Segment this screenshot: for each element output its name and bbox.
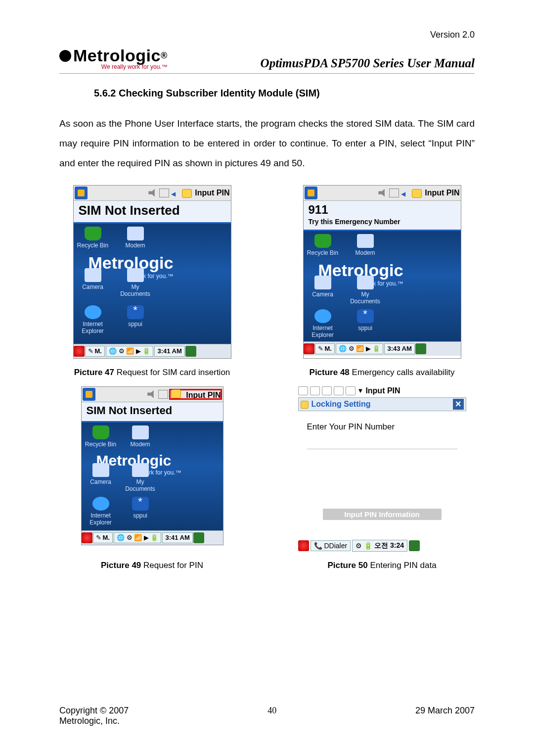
recycle-bin-icon[interactable]: Recycle Bin [306,234,340,256]
close-button[interactable]: ✕ [453,399,464,410]
sppui-icon[interactable]: sppui [348,309,383,331]
tray-icons[interactable]: 🌐 ⚙ 📶 ▶ 🔋 [114,532,161,543]
speaker-icon [148,189,157,197]
footer-date: 29 March 2007 [415,706,475,726]
lock-icon [301,401,309,409]
pda-taskbar: ✎M. 🌐 ⚙ 📶 ▶ 🔋 3:41 AM [74,344,231,358]
caption-48: Picture 48 Emergency calls availability [310,368,455,378]
clock: 3:43 AM [384,343,414,354]
pda-title: Input PIN [186,391,221,399]
task-mode[interactable]: ✎M. [85,346,105,357]
signal-icon [401,189,410,197]
refresh-icon [346,386,356,395]
copyright-line1: Copyright © 2007 [59,706,129,716]
pda-title: Input PIN [425,189,459,197]
pin-sub-title: Locking Setting [312,400,371,409]
figure-50: ▼ Input PIN Locking Setting ✕ Enter Your… [298,386,466,552]
pda-desktop: Recycle Bin Modem Metrologicork for you.… [82,423,223,530]
task-mode[interactable]: ✎M. [315,343,335,354]
figure-48: Input PIN 911 Try this Emergency Number … [303,185,461,359]
app-icon [75,187,88,199]
phone-button[interactable] [185,346,196,357]
start-button[interactable] [304,343,314,354]
mail-icon [389,189,399,197]
logo-bullet-icon [59,50,71,62]
pda-title: Input PIN [195,189,229,197]
lock-icon [412,189,422,198]
ie-icon[interactable]: Internet Explorer [306,309,340,338]
signal-icon [171,189,180,197]
figure-47: Input PIN SIM Not Inserted Recycle Bin M… [73,185,231,359]
app-icon [83,388,95,401]
pin-input[interactable] [307,436,457,449]
mail-icon [159,189,169,197]
dropdown-icon[interactable]: ▼ [357,387,364,394]
caption-47: Picture 47 Request for SIM card insertio… [74,368,230,378]
mydocs-icon[interactable]: My Documents [118,268,153,297]
modem-icon[interactable]: Modem [348,234,383,256]
pin-submit-button[interactable]: Input PIN Information [323,509,442,520]
lock-icon [182,189,192,198]
banner-line2: Try this Emergency Number [309,218,456,226]
body-paragraph: As soon as the Phone User Interface star… [59,114,475,173]
app-icon [305,187,317,199]
speaker-icon [147,390,156,398]
pin-titlebar: ▼ Input PIN [298,386,466,395]
logo-text: Metrologic [73,46,161,65]
folder-icon [322,386,332,395]
pda-desktop: Recycle Bin Modem Metrologicork for you.… [74,224,231,344]
pda-taskbar: ✎M. 🌐 ⚙ 📶 ▶ 🔋 3:41 AM [82,530,223,545]
notification-banner: SIM Not Inserted [74,201,231,224]
battery-icon [298,386,308,395]
caption-50: Picture 50 Entering PIN data [327,561,436,570]
brand-logo: Metrologic® We really work for you.™ [59,46,168,70]
pda-titlebar: Input PIN [74,186,231,201]
camera-icon[interactable]: Camera [76,268,110,290]
mydocs-icon[interactable]: My Documents [123,463,158,492]
notification-banner: 911 Try this Emergency Number [304,201,461,231]
pin-subheader: Locking Setting ✕ [298,397,466,411]
phone-button[interactable] [409,540,420,551]
ie-icon[interactable]: Internet Explorer [84,497,118,526]
page-number: 40 [267,706,276,726]
mydocs-icon[interactable]: My Documents [348,276,383,305]
highlighted-title: Input PIN [169,389,222,400]
clock: 3:41 AM [154,346,184,357]
sppui-icon[interactable]: sppui [118,305,153,328]
banner-line1: 911 [309,203,456,217]
caption-49: Picture 49 Request for PIN [101,561,203,570]
pin-prompt: Enter Your PIN Number [307,422,457,432]
pda-titlebar: Input PIN [304,186,461,201]
clock: 3:41 AM [162,532,192,543]
task-mode[interactable]: ✎M. [93,532,113,543]
document-title: OptimusPDA SP5700 Series User Manual [168,56,475,70]
pda-taskbar: ✎M. 🌐 ⚙ 📶 ▶ 🔋 3:43 AM [304,341,461,356]
task-app[interactable]: 📞 DDialer [311,540,351,551]
start-button[interactable] [82,532,92,543]
pda-desktop: Recycle Bin Modem Metrologicork for you.… [304,231,461,341]
page-footer: Copyright © 2007 Metrologic, Inc. 40 29 … [59,706,475,726]
tray-icons[interactable]: 🌐 ⚙ 📶 ▶ 🔋 [106,346,153,357]
ie-icon[interactable]: Internet Explorer [76,305,110,334]
section-heading: 5.6.2 Checking Subscriber Identity Modul… [94,88,475,99]
tray-icons[interactable]: 🌐 ⚙ 📶 ▶ 🔋 [336,343,383,354]
start-button[interactable] [298,540,309,551]
version-text: Version 2.0 [430,30,475,40]
start-button[interactable] [74,346,85,357]
banner-line1: SIM Not Inserted [79,203,226,218]
phone-button[interactable] [193,532,204,543]
modem-icon[interactable]: Modem [123,425,158,448]
sppui-icon[interactable]: sppui [123,497,158,519]
banner-line1: SIM Not Inserted [87,404,218,417]
pin-title: Input PIN [365,386,400,395]
camera-icon[interactable]: Camera [84,463,118,485]
camera-icon[interactable]: Camera [306,276,340,298]
notification-banner: SIM Not Inserted [82,402,223,423]
modem-icon[interactable]: Modem [118,227,153,249]
phone-button[interactable] [415,343,426,354]
recycle-bin-icon[interactable]: Recycle Bin [84,425,118,448]
tray-and-clock: ⚙ 🔋 오전 3:24 [352,540,407,552]
lock-icon [334,386,344,395]
copyright-line2: Metrologic, Inc. [59,716,129,726]
recycle-bin-icon[interactable]: Recycle Bin [76,227,110,249]
